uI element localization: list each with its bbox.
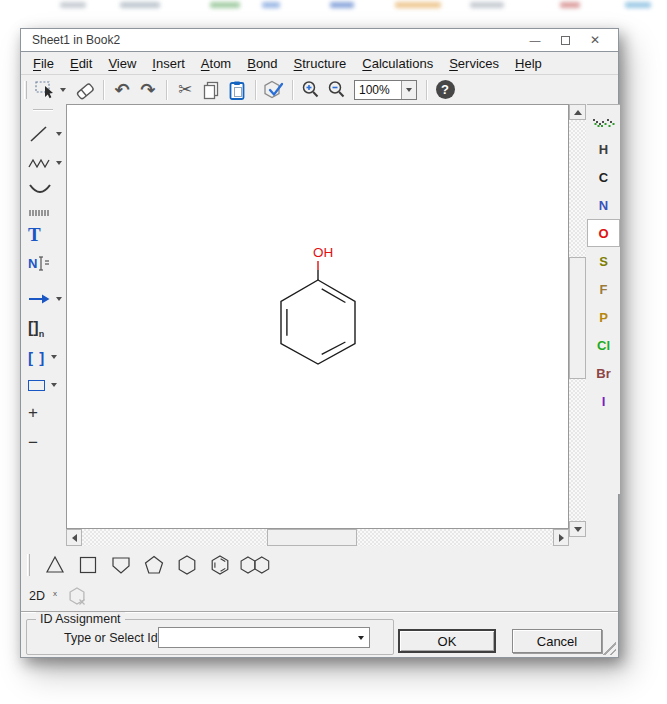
minimize-button[interactable]: — (520, 29, 550, 51)
copy-button[interactable] (198, 78, 224, 102)
undo-button[interactable]: ↶ (109, 78, 135, 102)
element-n[interactable]: N (587, 191, 620, 219)
menu-atom[interactable]: Atom (193, 54, 239, 73)
zoom-out-button[interactable] (324, 78, 350, 102)
element-s[interactable]: S (587, 247, 620, 275)
template-cyclopropane[interactable] (38, 551, 71, 579)
menu-services[interactable]: Services (441, 54, 507, 73)
menu-view[interactable]: View (100, 54, 144, 73)
text-tool-button[interactable]: T (23, 222, 65, 248)
vertical-scroll-thumb[interactable] (569, 257, 586, 379)
bond-tool-button[interactable] (23, 121, 65, 147)
group-title: ID Assignment (36, 612, 125, 626)
scroll-down-button[interactable] (569, 521, 586, 537)
template-cyclopentane-envelope[interactable] (104, 551, 137, 579)
hash-bond-icon (28, 208, 52, 218)
id-assignment-group: ID Assignment Type or Select Id: (26, 619, 394, 655)
maximize-icon (561, 36, 570, 45)
element-o[interactable]: O (587, 219, 620, 247)
periodic-table-button[interactable] (587, 105, 620, 135)
chain-tool-dropdown[interactable] (56, 161, 62, 165)
reaction-arrow-tool-button[interactable] (23, 286, 65, 312)
charge-minus-button[interactable]: − (23, 430, 65, 456)
element-p[interactable]: P (587, 303, 620, 331)
background-artifact (262, 2, 280, 8)
chain-tool-button[interactable] (23, 150, 65, 176)
rectangle-tool-dropdown[interactable] (51, 383, 57, 387)
toolbar-separator (166, 80, 167, 100)
paste-button[interactable] (224, 78, 250, 102)
id-combo-box (158, 627, 370, 648)
envelope-ring-icon (109, 553, 133, 577)
dimension-mode-button[interactable]: 2D (29, 589, 45, 603)
help-button[interactable]: ? (432, 78, 458, 102)
redo-button[interactable]: ↷ (135, 78, 161, 102)
id-combo-dropdown[interactable] (353, 628, 369, 647)
horizontal-scrollbar[interactable] (66, 529, 569, 546)
bond-tool-dropdown[interactable] (56, 132, 62, 136)
menu-help[interactable]: Help (507, 54, 550, 73)
text-cursor-icon (38, 255, 50, 272)
template-cyclopentane[interactable] (137, 551, 170, 579)
element-f[interactable]: F (587, 275, 620, 303)
toolbar-grip[interactable] (33, 109, 53, 110)
window-title: Sheet1 in Book2 (21, 33, 120, 47)
check-structure-button[interactable] (261, 78, 287, 102)
zoom-in-button[interactable] (298, 78, 324, 102)
arrow-down-icon (574, 527, 582, 532)
resize-grip[interactable] (601, 640, 616, 655)
naphthalene-icon (238, 553, 274, 577)
reaction-arrow-dropdown[interactable] (56, 297, 62, 301)
zoom-level-dropdown[interactable] (401, 81, 416, 99)
toolbar-separator (255, 80, 256, 100)
atom-label-tool-button[interactable]: N (23, 250, 65, 276)
element-c[interactable]: C (587, 163, 620, 191)
rectangle-tool-button[interactable] (23, 372, 65, 398)
element-h[interactable]: H (587, 135, 620, 163)
template-naphthalene[interactable] (236, 551, 276, 579)
eraser-button[interactable] (72, 78, 98, 102)
toolbar-grip[interactable] (27, 554, 30, 576)
maximize-button[interactable] (550, 29, 580, 51)
cancel-button[interactable]: Cancel (512, 629, 602, 653)
menu-structure[interactable]: Structure (286, 54, 355, 73)
scroll-up-button[interactable] (569, 104, 586, 120)
element-cl[interactable]: Cl (587, 331, 620, 359)
cut-button[interactable]: ✂ (172, 78, 198, 102)
menu-edit[interactable]: Edit (62, 54, 100, 73)
drawing-canvas[interactable]: OH (66, 104, 569, 529)
ok-button[interactable]: OK (398, 629, 496, 653)
element-i[interactable]: I (587, 387, 620, 415)
hexagon-icon (175, 553, 199, 577)
menu-bar: File Edit View Insert Atom Bond Structur… (21, 51, 618, 75)
title-bar[interactable]: Sheet1 in Book2 — ✕ (21, 29, 618, 51)
close-button[interactable]: ✕ (580, 29, 610, 51)
menu-calculations[interactable]: Calculations (354, 54, 441, 73)
template-cyclobutane[interactable] (71, 551, 104, 579)
menu-bond[interactable]: Bond (239, 54, 285, 73)
charge-plus-button[interactable]: + (23, 400, 65, 426)
select-tool-button[interactable] (32, 78, 58, 102)
benzene-icon (208, 553, 232, 577)
bracket-tool-dropdown[interactable] (51, 355, 57, 359)
element-br[interactable]: Br (587, 359, 620, 387)
template-cyclohexane[interactable] (170, 551, 203, 579)
molecule-phenol[interactable]: OH (67, 105, 568, 528)
horizontal-scroll-thumb[interactable] (267, 529, 357, 546)
menu-insert[interactable]: Insert (144, 54, 193, 73)
id-select-input[interactable] (159, 628, 353, 647)
element-toolbar: H C N O S F P Cl Br I (587, 104, 620, 494)
vertical-scrollbar[interactable] (569, 104, 586, 537)
arc-tool-button[interactable] (23, 176, 65, 202)
bracket-tool-button[interactable]: [ ] (23, 344, 65, 370)
zoom-level-input[interactable] (355, 81, 401, 99)
template-benzene[interactable] (203, 551, 236, 579)
toolbar-grip[interactable] (24, 81, 27, 99)
help-icon: ? (436, 80, 455, 99)
menu-file[interactable]: File (25, 54, 62, 73)
scroll-left-button[interactable] (66, 529, 82, 546)
polymer-bracket-tool-button[interactable]: []n (23, 316, 65, 342)
select-tool-dropdown[interactable] (60, 88, 66, 92)
scroll-right-button[interactable] (553, 529, 569, 546)
drawing-toolbar: T N []n [ ] (21, 104, 66, 559)
